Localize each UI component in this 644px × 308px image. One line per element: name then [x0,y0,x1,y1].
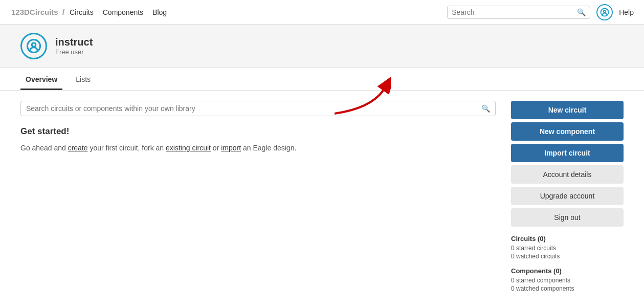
library-search-icon: 🔍 [481,104,490,113]
profile-header: instruct Free user [0,25,644,68]
search-input[interactable] [452,8,577,16]
components-stats: Components (0) 0 starred components 0 wa… [511,267,624,292]
profile-username: instruct [55,36,93,48]
get-started-text: Go ahead and create your first circuit, … [20,143,496,153]
svg-point-1 [604,10,606,13]
left-panel: 🔍 Get started! Go ahead and create your … [20,101,496,299]
arrow-container: 🔍 [20,101,496,116]
import-link[interactable]: import [221,144,241,152]
account-details-button[interactable]: Account details [511,165,624,184]
search-icon: 🔍 [577,8,586,16]
brand-text: 123DCircuits / [10,8,65,16]
user-logo-icon[interactable] [596,4,613,20]
tabs-bar: Overview Lists [0,68,644,91]
help-link[interactable]: Help [619,8,634,16]
create-link[interactable]: create [68,144,88,152]
circuits-stats: Circuits (0) 0 starred circuits 0 watche… [511,235,624,260]
profile-role: Free user [55,48,93,56]
nav-components[interactable]: Components [103,8,143,16]
profile-info: instruct Free user [55,36,93,56]
tab-lists[interactable]: Lists [71,68,96,90]
watched-circuits-link[interactable]: 0 watched circuits [511,253,560,260]
library-search-bar: 🔍 [20,101,496,116]
circuits-stats-title: Circuits (0) [511,235,624,243]
starred-circuits-link[interactable]: 0 starred circuits [511,245,556,252]
watched-circuits: 0 watched circuits [511,253,624,260]
top-nav: 123DCircuits / Circuits Components Blog … [0,0,644,25]
nav-right: 🔍 Help [447,4,634,20]
new-circuit-button[interactable]: New circuit [511,101,624,119]
nav-circuits[interactable]: Circuits [70,8,94,16]
get-started-heading: Get started! [20,126,496,137]
nav-blog[interactable]: Blog [152,8,167,16]
new-component-button[interactable]: New component [511,122,624,141]
search-box: 🔍 [447,6,590,19]
main-content: 🔍 Get started! Go ahead and create your … [0,91,644,308]
starred-components-link[interactable]: 0 starred components [511,277,570,284]
upgrade-account-button[interactable]: Upgrade account [511,187,624,205]
components-stats-title: Components (0) [511,267,624,275]
sign-out-button[interactable]: Sign out [511,208,624,227]
svg-point-3 [32,43,36,47]
import-circuit-button[interactable]: Import circuit [511,144,624,162]
stats-section: Circuits (0) 0 starred circuits 0 watche… [511,235,624,292]
get-started-section: Get started! Go ahead and create your fi… [20,126,496,153]
right-panel: New circuit New component Import circuit… [511,101,624,299]
watched-components: 0 watched components [511,285,624,292]
watched-components-link[interactable]: 0 watched components [511,285,574,292]
library-search-input[interactable] [26,104,481,113]
avatar [20,33,47,59]
tab-overview[interactable]: Overview [20,68,62,90]
starred-circuits: 0 starred circuits [511,245,624,252]
existing-circuit-link[interactable]: existing circuit [166,144,211,152]
nav-links: Circuits Components Blog [70,8,167,16]
separator: / [62,8,64,16]
starred-components: 0 starred components [511,277,624,284]
